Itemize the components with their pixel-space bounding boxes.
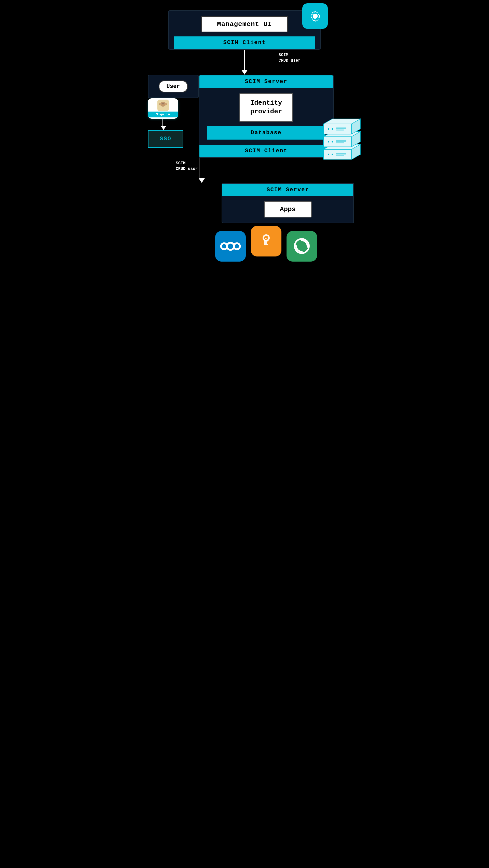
arrow-down-2 (198, 178, 205, 183)
signin-arrow-line (162, 119, 163, 126)
svg-point-4 (161, 103, 162, 104)
nextcloud-icon (215, 231, 246, 261)
scim-client-top-bar: SCIM Client (174, 36, 315, 49)
sso-label: SSO (160, 136, 172, 142)
arrow-section-2: SCIM CRUD user (155, 158, 334, 183)
server-rack-wrapper (321, 111, 362, 161)
svg-rect-40 (336, 130, 344, 131)
svg-point-37 (328, 128, 329, 130)
apps-label: Apps (280, 206, 296, 213)
svg-rect-48 (267, 242, 269, 243)
svg-rect-30 (336, 143, 344, 144)
svg-rect-19 (336, 153, 346, 155)
scim-client-middle-label: SCIM Client (245, 148, 287, 154)
vertical-line-2 (198, 158, 200, 178)
user-box-container: User (148, 74, 198, 98)
svg-rect-39 (336, 128, 346, 129)
main-middle-block: SCIM Server Identityprovider Database SC… (198, 74, 334, 158)
svg-point-9 (160, 103, 161, 105)
signin-badge: Sign in (148, 98, 178, 119)
rocketchat-icon (286, 231, 317, 261)
arrow-down-1 (241, 70, 248, 74)
middle-wrapper: User (155, 74, 334, 158)
gitea-icon: o (251, 226, 281, 256)
svg-point-38 (332, 128, 333, 130)
svg-point-28 (332, 141, 333, 143)
database-bar: Database (207, 126, 325, 140)
svg-text:o: o (265, 237, 267, 241)
signin-arrow-down (161, 126, 166, 130)
svg-point-6 (162, 104, 164, 106)
signin-label: Sign in (156, 113, 170, 116)
management-ui-label: Management UI (217, 20, 272, 28)
svg-point-17 (328, 154, 329, 155)
vertical-line-1 (244, 50, 245, 70)
signin-text-bar: Sign in (148, 112, 178, 117)
arrow-section-1: SCIM CRUD user (168, 50, 321, 74)
signin-arrow-wrapper: Sign in SSO (148, 98, 198, 148)
svg-rect-47 (267, 243, 269, 244)
identity-provider-box: Identityprovider (239, 93, 293, 122)
scim-crud-label-1: SCIM CRUD user (279, 52, 301, 64)
user-label: User (166, 83, 180, 90)
bottom-section: SCIM Server Apps (221, 183, 354, 223)
sso-box: SSO (148, 130, 183, 148)
management-ui-box: Management UI (201, 16, 288, 32)
top-section: Management UI SCIM Client (168, 10, 321, 50)
database-label: Database (251, 130, 282, 136)
gear-icon (302, 3, 328, 29)
svg-point-10 (165, 103, 166, 105)
server-rack-icon (321, 111, 362, 160)
app-icons-row: o (200, 226, 332, 267)
diagram-container: Management UI SCIM Client SCIM CRUD user… (140, 0, 349, 287)
scim-client-top-label: SCIM Client (223, 39, 266, 46)
bottom-wrapper: SCIM Server Apps (177, 183, 355, 267)
left-elements: User (148, 74, 198, 148)
svg-point-27 (328, 141, 329, 143)
scim-crud-label-2: SCIM CRUD user (176, 160, 197, 172)
scim-server-bottom-label: SCIM Server (266, 187, 309, 193)
scim-server-top-label: SCIM Server (245, 79, 287, 85)
scim-server-bottom-bar: SCIM Server (222, 184, 353, 196)
user-label-box: User (159, 81, 188, 92)
svg-point-5 (163, 103, 164, 104)
apps-box: Apps (264, 201, 312, 218)
svg-point-18 (332, 154, 333, 155)
identity-provider-label: Identityprovider (250, 99, 282, 115)
scim-client-middle-bar: SCIM Client (200, 145, 333, 157)
svg-rect-29 (336, 140, 346, 142)
scim-server-top-bar: SCIM Server (200, 75, 333, 88)
signin-avatar (157, 100, 169, 111)
svg-rect-20 (336, 155, 344, 156)
